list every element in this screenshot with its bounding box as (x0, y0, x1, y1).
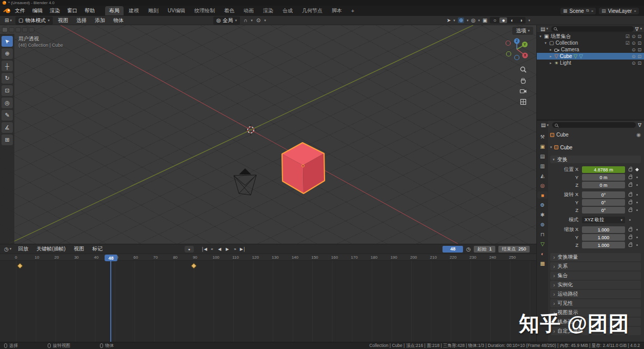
hide-eye-icon[interactable]: ⊙ (632, 34, 636, 39)
tool-cursor[interactable]: ⊕ (2, 48, 13, 59)
lock-icon[interactable] (629, 176, 632, 179)
scale-z-field[interactable]: 1.000 (582, 242, 625, 248)
select-mode-extend-icon[interactable] (9, 27, 14, 32)
tab-modeling[interactable]: 建模 (125, 6, 143, 15)
keyframe-indicator-icon[interactable] (635, 168, 639, 171)
scene-selector[interactable]: ▦ Scene ⧉ × (560, 8, 596, 14)
xray-toggle-icon[interactable]: ▣ (482, 17, 487, 23)
copy-scene-icon[interactable]: ⧉ (586, 8, 589, 13)
select-mode-subtract-icon[interactable] (15, 27, 21, 32)
play-reverse-button[interactable]: ◀ (216, 246, 223, 253)
menu-keys[interactable]: 关键帧(插帧) (33, 244, 69, 254)
transform-panel-header[interactable]: ▾ 变换 (550, 156, 641, 163)
unlink-scene-icon[interactable]: × (591, 9, 594, 13)
tab-world[interactable]: ◎ (537, 182, 548, 189)
rotation-mode-dropdown[interactable]: XYZ 欧拉 ▾ (582, 217, 625, 223)
tab-material[interactable]: ◐ (537, 250, 548, 257)
panel-section-header[interactable]: 变换增量 (550, 253, 641, 261)
tab-scripting[interactable]: 脚本 (328, 6, 346, 15)
pan-hand-icon[interactable] (519, 76, 528, 85)
lock-icon[interactable] (629, 228, 632, 231)
menu-playback[interactable]: 回放 (15, 244, 31, 254)
tool-annotate[interactable]: ✎ (2, 110, 13, 121)
animate-dot-icon[interactable] (629, 219, 631, 221)
animate-dot-icon[interactable] (636, 202, 638, 203)
tab-render[interactable]: ▣ (537, 143, 548, 150)
menu-timeline-view[interactable]: 视图 (71, 244, 87, 254)
tool-add-cube[interactable]: ⊞ (2, 134, 13, 145)
lock-icon[interactable] (629, 201, 632, 204)
outliner-row-camera[interactable]: ▸ Camera ⊙ ⊡ (537, 46, 644, 53)
orientation-dropdown[interactable]: ◎ 全局 ▾ (213, 16, 240, 25)
object-name-row[interactable]: ▾ Cube (550, 144, 641, 151)
tab-uv-editing[interactable]: UV编辑 (164, 6, 189, 15)
menu-window[interactable]: 窗口 (64, 6, 81, 15)
panel-section-header[interactable]: 关系 (550, 262, 641, 270)
outliner-row-scene-collection[interactable]: ▾ ▣ 场景集合 ☑ ⊙ ⊡ (537, 33, 644, 40)
cube-object[interactable] (282, 143, 325, 193)
tab-compositing[interactable]: 合成 (278, 6, 297, 15)
shading-rendered-icon[interactable]: ◑ (517, 17, 525, 23)
zoom-icon[interactable] (519, 65, 528, 74)
jump-to-start-button[interactable]: │◀ (201, 246, 208, 253)
location-y-field[interactable]: 0 m (582, 174, 625, 181)
hide-eye-icon[interactable]: ⊙ (632, 61, 636, 66)
select-mode-set-icon[interactable] (2, 27, 8, 32)
tab-layout[interactable]: 布局 (105, 6, 124, 15)
lock-icon[interactable] (629, 209, 632, 212)
animate-dot-icon[interactable] (636, 229, 638, 230)
tool-rotate[interactable]: ↻ (2, 73, 13, 84)
jump-to-end-button[interactable]: ▶│ (239, 246, 246, 253)
frame-start-field[interactable]: 起始 1 (474, 246, 495, 253)
camera-view-icon[interactable] (519, 87, 528, 95)
render-visibility-icon[interactable]: ⊡ (637, 41, 641, 46)
tab-geometry-nodes[interactable]: 几何节点 (298, 6, 327, 15)
tab-texture[interactable]: ▩ (537, 260, 548, 267)
frame-end-field[interactable]: 结束点 250 (498, 246, 530, 253)
animate-dot-icon[interactable] (636, 244, 638, 246)
menu-object[interactable]: 物体 (110, 16, 127, 25)
tab-modifiers[interactable]: ⚙ (537, 201, 548, 208)
outliner-editor-type-button[interactable]: ▤ ▾ (539, 26, 550, 32)
shading-solid-icon[interactable]: ● (499, 17, 507, 23)
timeline-editor-type-button[interactable]: ◷ ▾ (3, 246, 13, 252)
outliner-row-collection[interactable]: ▾ ▢ Collection ☑ ⊙ ⊡ (537, 40, 644, 46)
location-x-field[interactable]: 4.8788 m (582, 166, 625, 173)
proportional-edit-icon[interactable]: ⊙ (256, 17, 260, 23)
viewlayer-selector[interactable]: ▤ ViewLayer × (599, 8, 639, 14)
panel-section-header[interactable]: 运动路径 (550, 290, 641, 298)
blender-app-icon[interactable] (3, 8, 11, 14)
tab-shading[interactable]: 着色 (220, 6, 238, 15)
rotation-x-field[interactable]: 0° (582, 191, 625, 198)
exclude-checkbox-icon[interactable]: ☑ (626, 41, 630, 46)
scale-x-field[interactable]: 1.000 (582, 226, 625, 233)
menu-select[interactable]: 选择 (73, 16, 90, 25)
shading-wireframe-icon[interactable]: ○ (491, 17, 498, 23)
options-button[interactable]: 选项 ▾ (512, 27, 533, 35)
menu-edit[interactable]: 编辑 (29, 6, 46, 15)
tab-rendering[interactable]: 渲染 (259, 6, 277, 15)
mode-dropdown[interactable]: ▢ 物体模式 ▾ (15, 16, 53, 25)
prev-keyframe-button[interactable]: « (209, 246, 215, 253)
animate-dot-icon[interactable] (636, 177, 638, 178)
outliner-filter-icon[interactable]: ∇ (635, 26, 639, 32)
remove-viewlayer-icon[interactable]: × (634, 9, 636, 13)
menu-view[interactable]: 视图 (55, 16, 71, 25)
tab-constraints[interactable]: ⊓ (537, 230, 548, 238)
tab-animation[interactable]: 动画 (239, 6, 258, 15)
tool-scale[interactable]: ⊡ (2, 85, 13, 96)
panel-section-header[interactable]: 集合 (550, 272, 641, 280)
select-mode-intersect-icon[interactable] (29, 27, 34, 32)
menu-add[interactable]: 添加 (92, 16, 108, 25)
rotation-z-field[interactable]: 0° (582, 207, 625, 214)
render-visibility-icon[interactable]: ⊡ (637, 54, 641, 59)
lock-icon[interactable] (629, 168, 632, 171)
tab-view-layer[interactable]: ▥ (537, 162, 548, 169)
tool-transform[interactable]: ◎ (2, 98, 13, 108)
render-visibility-icon[interactable]: ⊡ (637, 34, 641, 39)
lock-icon[interactable] (629, 236, 632, 239)
keyframe-diamond[interactable] (191, 263, 196, 268)
animate-dot-icon[interactable] (636, 194, 638, 196)
panel-section-header[interactable]: 可见性 (550, 299, 641, 307)
show-overlays-icon[interactable]: ◎ (471, 17, 476, 23)
